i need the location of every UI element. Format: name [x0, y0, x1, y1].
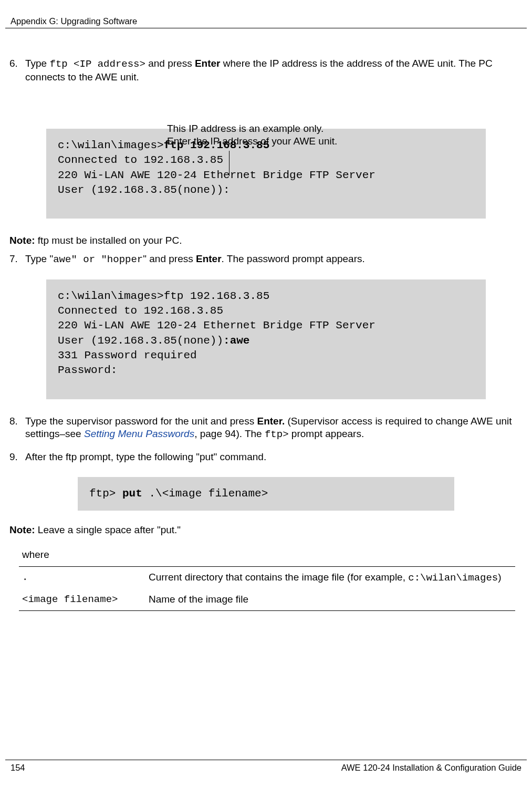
key-enter: Enter	[195, 58, 221, 69]
step-body: Type the supervisor password for the uni…	[25, 415, 523, 441]
note-2: Note: Leave a single space after "put."	[9, 524, 523, 537]
cross-ref-link[interactable]: Setting Menu Passwords	[84, 428, 194, 439]
note-1: Note: ftp must be installed on your PC.	[9, 234, 523, 247]
note-text: ftp must be installed on your PC.	[38, 235, 182, 246]
step-body: Type ftp <IP address> and press Enter wh…	[25, 57, 523, 84]
code-text: User (192.168.3.85(none))	[58, 335, 223, 347]
page-content: 6. Type ftp <IP address> and press Enter…	[0, 57, 532, 610]
step-body: Type "awe" or "hopper" and press Enter. …	[25, 253, 523, 266]
text: and press	[145, 58, 195, 69]
key-enter: Enter	[196, 253, 222, 264]
def-key: .	[19, 567, 145, 589]
note-label: Note:	[9, 235, 38, 246]
code-block-2: c:\wilan\images>ftp 192.168.3.85 Connect…	[46, 279, 486, 399]
callout-pointer	[229, 151, 230, 176]
code-line: User (192.168.3.85(none)):awe	[58, 335, 249, 347]
inline-code: ftp <IP address>	[49, 58, 145, 70]
code-text: ftp>	[89, 488, 122, 500]
step-9: 9. After the ftp prompt, type the follow…	[9, 451, 523, 464]
text: Current directory that contains the imag…	[149, 572, 408, 583]
text: Type	[25, 58, 49, 69]
text: )	[498, 572, 501, 583]
page-header: Appendix G: Upgrading Software	[5, 16, 527, 28]
code-block-3: ftp> put .\<image filename>	[78, 477, 454, 511]
def-value: Current directory that contains the imag…	[145, 567, 515, 589]
footer-title: AWE 120-24 Installation & Configuration …	[341, 762, 521, 773]
text: " and press	[143, 253, 196, 264]
code-line: User (192.168.3.85(none)):	[58, 184, 230, 196]
text: Type the supervisor password for the uni…	[25, 416, 257, 427]
step-body: After the ftp prompt, type the following…	[25, 451, 523, 464]
callout-text: This IP address is an example only. Ente…	[167, 122, 337, 148]
note-text: Leave a single space after "put."	[38, 524, 181, 535]
text: . The password prompt appears.	[222, 253, 365, 264]
step-number: 9.	[9, 451, 25, 464]
callout-wrap: This IP address is an example only. Ente…	[9, 129, 523, 219]
code-line: Connected to 192.168.3.85	[58, 154, 223, 166]
code-bold: :awe	[223, 335, 249, 347]
callout-line-1: This IP address is an example only.	[167, 123, 324, 134]
step-8: 8. Type the supervisor password for the …	[9, 415, 523, 441]
text: prompt appears.	[289, 428, 364, 439]
where-label: where	[22, 548, 523, 562]
code-line: 220 Wi-LAN AWE 120-24 Ethernet Bridge FT…	[58, 319, 375, 331]
page-footer: 154 AWE 120-24 Installation & Configurat…	[5, 760, 527, 773]
step-number: 8.	[9, 415, 25, 441]
step-number: 6.	[9, 57, 25, 84]
text: Type "	[25, 253, 53, 264]
code-line: 331 Password required	[58, 349, 197, 361]
inline-code: ftp>	[265, 429, 289, 440]
definitions-table: . Current directory that contains the im…	[19, 566, 515, 610]
page-number: 154	[11, 762, 25, 773]
text: , page 94). The	[194, 428, 265, 439]
inline-code: awe" or "hopper	[53, 254, 143, 265]
code-line: Connected to 192.168.3.85	[58, 305, 223, 317]
header-left: Appendix G: Upgrading Software	[11, 16, 137, 27]
table-row: . Current directory that contains the im…	[19, 567, 515, 589]
key-enter: Enter.	[257, 416, 285, 427]
callout-line-2: Enter the IP address of your AWE unit.	[167, 136, 337, 147]
def-value: Name of the image file	[145, 589, 515, 610]
note-label: Note:	[9, 524, 38, 535]
step-7: 7. Type "awe" or "hopper" and press Ente…	[9, 253, 523, 266]
code-text: .\<image filename>	[142, 488, 268, 500]
inline-code: c:\wilan\images	[408, 572, 498, 584]
code-line: 220 Wi-LAN AWE 120-24 Ethernet Bridge FT…	[58, 169, 375, 181]
step-6: 6. Type ftp <IP address> and press Enter…	[9, 57, 523, 84]
code-line: c:\wilan\images>ftp 192.168.3.85	[58, 290, 269, 302]
table-row: <image filename> Name of the image file	[19, 589, 515, 610]
code-text: c:\wilan\images>	[58, 139, 164, 151]
step-number: 7.	[9, 253, 25, 266]
code-bold: put	[122, 488, 142, 500]
code-line: ftp> put .\<image filename>	[89, 488, 268, 500]
code-line: Password:	[58, 364, 117, 376]
def-key: <image filename>	[19, 589, 145, 610]
